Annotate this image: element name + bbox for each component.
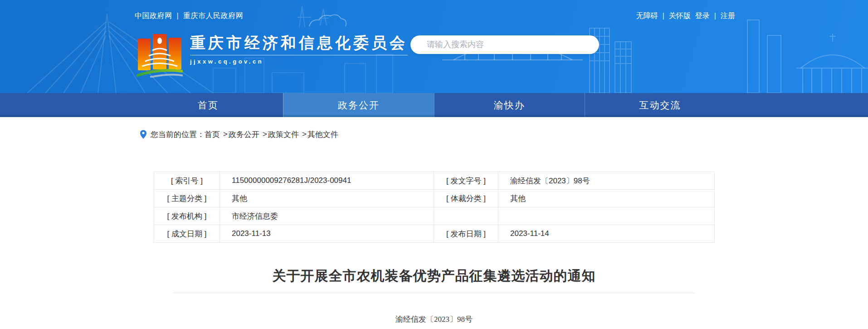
search-input[interactable] <box>410 35 599 54</box>
main-content: [ 索引号 ] 11500000009276281J/2023-00941 [ … <box>154 172 714 324</box>
meta-value-written-date: 2023-11-13 <box>220 225 434 243</box>
meta-value-publish-date: 2023-11-14 <box>498 225 715 243</box>
nav-tab-label: 互动交流 <box>639 99 681 112</box>
site-logo-icon <box>137 34 183 78</box>
site-url: jjxxw.cq.gov.cn <box>190 58 408 65</box>
meta-label-publisher: [ 发布机构 ] <box>154 207 220 225</box>
meta-value-topic-class: 其他 <box>220 190 434 207</box>
breadcrumb-prefix: 您当前的位置： <box>151 129 205 140</box>
link-separator: | <box>177 12 179 20</box>
link-separator: | <box>663 12 664 20</box>
nav-tab-yukuaiban[interactable]: 渝快办 <box>434 93 585 117</box>
link-china-gov[interactable]: 中国政府网 <box>135 12 172 20</box>
nav-tab-home[interactable]: 首页 <box>133 93 283 117</box>
breadcrumb-policy-files[interactable]: 政策文件 <box>268 129 299 140</box>
breadcrumb-home[interactable]: 首页 <box>205 129 220 140</box>
location-pin-icon <box>140 130 146 139</box>
nav-tab-label: 渝快办 <box>494 99 525 112</box>
nav-tab-gov-affairs[interactable]: 政务公开 <box>283 93 434 117</box>
breadcrumb-separator: > <box>263 130 267 139</box>
gov-links: 中国政府网|重庆市人民政府网 <box>135 11 243 21</box>
meta-value-publisher: 市经济信息委 <box>220 207 434 225</box>
breadcrumb-other-files[interactable]: 其他文件 <box>307 129 338 140</box>
article-doc-number: 渝经信发〔2023〕98号 <box>154 314 714 324</box>
meta-label-doc-no: [ 发文字号 ] <box>434 172 498 190</box>
breadcrumb-gov-affairs[interactable]: 政务公开 <box>229 129 259 140</box>
site-banner: 中国政府网|重庆市人民政府网 无障碍|关怀版登录|注册 <box>0 0 868 93</box>
breadcrumb-separator: > <box>223 130 228 139</box>
meta-label-publish-date: [ 发布日期 ] <box>434 225 498 243</box>
meta-label-topic-class: [ 主题分类 ] <box>154 190 220 207</box>
quick-links: 无障碍|关怀版登录|注册 <box>636 11 735 21</box>
link-separator: | <box>714 12 716 20</box>
search-box[interactable] <box>410 35 599 54</box>
meta-value-genre-class: 其他 <box>498 190 715 207</box>
meta-label-index-no: [ 索引号 ] <box>154 172 220 190</box>
meta-label-genre-class: [ 体裁分类 ] <box>434 190 498 207</box>
article-title: 关于开展全市农机装备优势产品征集遴选活动的通知 <box>154 266 714 285</box>
site-title: 重庆市经济和信息化委员会 <box>190 34 408 55</box>
link-login[interactable]: 登录 <box>695 12 710 20</box>
meta-value-index-no: 11500000009276281J/2023-00941 <box>220 172 434 190</box>
breadcrumb-separator: > <box>302 130 307 139</box>
main-nav: 首页 政务公开 渝快办 互动交流 <box>0 93 868 117</box>
breadcrumb: 您当前的位置： 首页 > 政务公开 > 政策文件 > 其他文件 <box>133 128 735 141</box>
title-divider <box>173 293 695 293</box>
link-cq-gov[interactable]: 重庆市人民政府网 <box>183 12 243 20</box>
meta-value-empty <box>498 207 715 225</box>
nav-tab-interaction[interactable]: 互动交流 <box>585 93 735 117</box>
link-accessibility[interactable]: 无障碍 <box>636 12 658 20</box>
meta-label-empty <box>434 207 498 225</box>
link-care-version[interactable]: 关怀版 <box>669 12 691 20</box>
meta-value-doc-no: 渝经信发〔2023〕98号 <box>498 172 715 190</box>
site-logo-block[interactable]: 重庆市经济和信息化委员会 jjxxw.cq.gov.cn <box>137 31 408 78</box>
nav-tab-label: 首页 <box>198 99 219 112</box>
document-meta-table: [ 索引号 ] 11500000009276281J/2023-00941 [ … <box>154 172 714 243</box>
nav-tab-label: 政务公开 <box>338 99 380 112</box>
link-register[interactable]: 注册 <box>721 12 735 20</box>
meta-label-written-date: [ 成文日期 ] <box>154 225 220 243</box>
